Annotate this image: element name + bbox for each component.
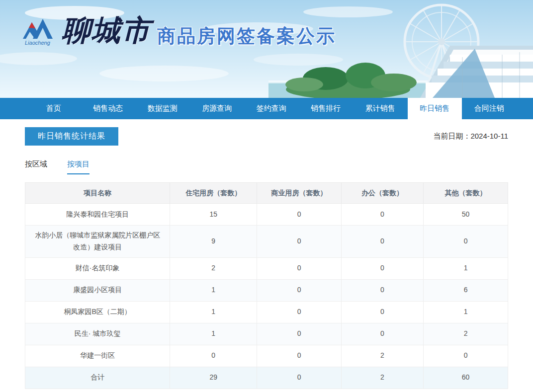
logo-text: Liaocheng <box>25 40 51 46</box>
value-cell: 1 <box>170 279 257 301</box>
project-name-cell: 水韵小居（聊城市监狱家属院片区棚户区改造）建设项目 <box>25 226 170 258</box>
table-row: 华建一街区0020 <box>25 345 508 367</box>
sales-statistics-table: 项目名称住宅用房（套数）商业用房（套数）办公（套数）其他（套数） 隆兴泰和园住宅… <box>25 182 508 389</box>
nav-item-yesterday-sales[interactable]: 昨日销售 <box>408 98 462 119</box>
city-name-calligraphy: 聊城市 <box>62 16 151 45</box>
view-tabs: 按区域按项目 <box>25 159 508 174</box>
value-cell: 1 <box>170 301 257 323</box>
value-cell: 0 <box>257 279 342 301</box>
nav-item-data-monitoring[interactable]: 数据监测 <box>135 98 190 119</box>
table-header-col-3: 商业用房（套数） <box>257 183 342 204</box>
value-cell: 0 <box>341 226 423 258</box>
site-logo-icon: Liaocheng <box>21 16 58 47</box>
value-cell: 29 <box>170 367 257 389</box>
nav-item-listing-query[interactable]: 房源查询 <box>190 98 245 119</box>
project-name-cell: 康盛园小区项目 <box>25 279 170 301</box>
value-cell: 0 <box>341 204 423 226</box>
page: Liaocheng 聊城市 商品房网签备案公示 首页销售动态数据监测房源查询签约… <box>0 0 533 389</box>
project-name-cell: 民生· 城市玖玺 <box>25 323 170 345</box>
nav-items-container: 首页销售动态数据监测房源查询签约查询销售排行累计销售昨日销售合同注销 <box>0 98 533 119</box>
nav-item-signing-query[interactable]: 签约查询 <box>244 98 299 119</box>
table-row: 水韵小居（聊城市监狱家属院片区棚户区改造）建设项目9000 <box>25 226 508 258</box>
value-cell: 2 <box>424 323 508 345</box>
site-title: 商品房网签备案公示 <box>157 24 336 49</box>
project-name-cell: 隆兴泰和园住宅项目 <box>25 204 170 226</box>
value-cell: 0 <box>257 257 342 279</box>
value-cell: 1 <box>170 323 257 345</box>
nav-item-contract-cancellation[interactable]: 合同注销 <box>462 98 517 119</box>
table-header-col-5: 其他（套数） <box>424 183 508 204</box>
value-cell: 0 <box>257 204 342 226</box>
value-cell: 0 <box>341 323 423 345</box>
project-name-cell: 合计 <box>25 367 170 389</box>
project-name-cell: 华建一街区 <box>25 345 170 367</box>
nav-item-sales-dynamics[interactable]: 销售动态 <box>81 98 136 119</box>
table-row: 民生· 城市玖玺1002 <box>25 323 508 345</box>
value-cell: 50 <box>424 204 508 226</box>
value-cell: 0 <box>257 367 342 389</box>
title-row: 昨日销售统计结果 当前日期：2024-10-11 <box>25 127 508 146</box>
table-row: 财信·名筑印象2001 <box>25 257 508 279</box>
brand-lockup: Liaocheng 聊城市 商品房网签备案公示 <box>21 16 336 49</box>
current-date-label: 当前日期：2024-10-11 <box>433 132 508 141</box>
table-total-row: 合计290260 <box>25 367 508 389</box>
nav-item-sales-ranking[interactable]: 销售排行 <box>299 98 354 119</box>
value-cell: 2 <box>341 367 423 389</box>
tab-by-project[interactable]: 按项目 <box>67 159 89 174</box>
table-header-col-4: 办公（套数） <box>341 183 423 204</box>
main-content: 昨日销售统计结果 当前日期：2024-10-11 按区域按项目 项目名称住宅用房… <box>0 127 533 389</box>
value-cell: 9 <box>170 226 257 258</box>
value-cell: 2 <box>341 345 423 367</box>
value-cell: 0 <box>257 226 342 258</box>
value-cell: 0 <box>257 345 342 367</box>
table-header-row: 项目名称住宅用房（套数）商业用房（套数）办公（套数）其他（套数） <box>25 183 508 204</box>
value-cell: 0 <box>257 323 342 345</box>
nav-item-home[interactable]: 首页 <box>26 98 81 119</box>
site-header: Liaocheng 聊城市 商品房网签备案公示 <box>0 0 533 98</box>
tab-by-region[interactable]: 按区域 <box>25 159 47 174</box>
main-nav: 首页销售动态数据监测房源查询签约查询销售排行累计销售昨日销售合同注销 <box>0 98 533 119</box>
value-cell: 15 <box>170 204 257 226</box>
value-cell: 6 <box>424 279 508 301</box>
value-cell: 0 <box>424 345 508 367</box>
nav-item-cumulative-sales[interactable]: 累计销售 <box>353 98 408 119</box>
value-cell: 1 <box>424 257 508 279</box>
table-row: 隆兴泰和园住宅项目150050 <box>25 204 508 226</box>
value-cell: 0 <box>424 226 508 258</box>
value-cell: 0 <box>257 301 342 323</box>
table-row: 桐凤家园B区（二期）1001 <box>25 301 508 323</box>
table-header-col-2: 住宅用房（套数） <box>170 183 257 204</box>
table-header-col-1: 项目名称 <box>25 183 170 204</box>
value-cell: 0 <box>170 345 257 367</box>
value-cell: 2 <box>170 257 257 279</box>
value-cell: 1 <box>424 301 508 323</box>
table-row: 康盛园小区项目1006 <box>25 279 508 301</box>
value-cell: 0 <box>341 301 423 323</box>
value-cell: 0 <box>341 257 423 279</box>
section-title-badge: 昨日销售统计结果 <box>25 127 118 146</box>
value-cell: 0 <box>341 279 423 301</box>
value-cell: 60 <box>424 367 508 389</box>
project-name-cell: 财信·名筑印象 <box>25 257 170 279</box>
project-name-cell: 桐凤家园B区（二期） <box>25 301 170 323</box>
